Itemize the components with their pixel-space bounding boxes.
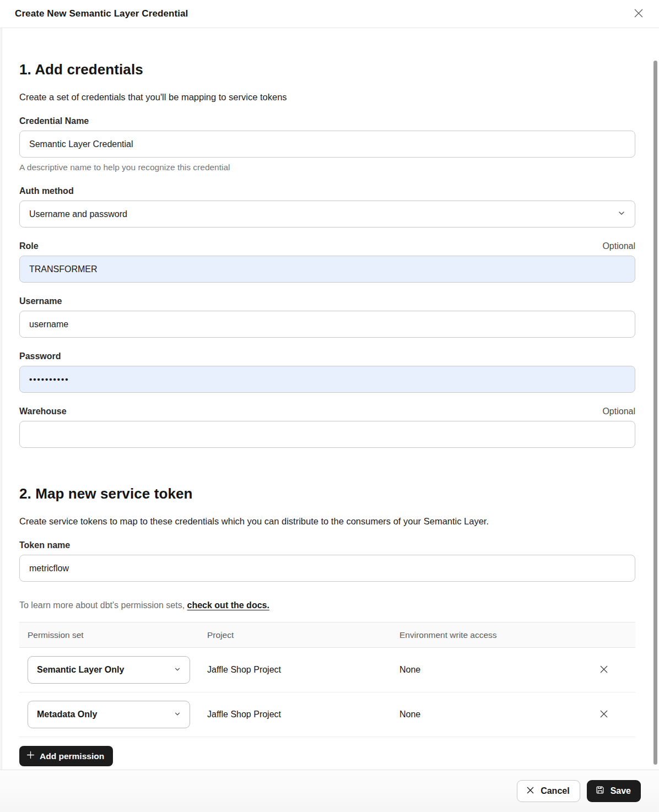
password-label: Password <box>19 351 61 361</box>
close-icon <box>633 7 645 21</box>
header-environment-write-access: Environment write access <box>392 630 580 640</box>
permission-docs-line: To learn more about dbt's permission set… <box>19 600 635 610</box>
role-label: Role <box>19 241 39 251</box>
cancel-button[interactable]: Cancel <box>517 780 580 802</box>
permission-set-select[interactable]: Metadata Only <box>28 701 190 728</box>
password-input[interactable] <box>19 366 635 393</box>
permissions-table-header: Permission set Project Environment write… <box>19 622 635 648</box>
token-name-input[interactable] <box>19 555 635 582</box>
credential-name-input[interactable] <box>19 131 635 158</box>
add-permission-label: Add permission <box>40 751 104 761</box>
header-project: Project <box>201 630 392 640</box>
close-icon <box>599 709 609 721</box>
username-input[interactable] <box>19 311 635 338</box>
environment-write-access-cell: None <box>392 710 580 719</box>
warehouse-label: Warehouse <box>19 407 67 416</box>
remove-permission-button[interactable] <box>597 707 611 723</box>
modal-title: Create New Semantic Layer Credential <box>15 8 188 19</box>
permission-row: Metadata Only Jaffle Shop Project None <box>19 692 635 737</box>
vertical-scrollbar[interactable] <box>653 61 657 765</box>
close-icon <box>526 786 535 797</box>
permission-set-selected-value: Semantic Layer Only <box>37 665 124 675</box>
section1-heading: 1. Add credentials <box>19 61 635 78</box>
save-button[interactable]: Save <box>587 780 641 802</box>
docs-link[interactable]: check out the docs. <box>187 600 269 610</box>
save-floppy-icon <box>595 785 605 797</box>
modal-body: 1. Add credentials Create a set of crede… <box>0 61 659 766</box>
cancel-label: Cancel <box>541 786 569 796</box>
permission-set-selected-value: Metadata Only <box>37 710 97 719</box>
docs-line-prefix: To learn more about dbt's permission set… <box>19 600 187 610</box>
warehouse-input[interactable] <box>19 421 635 448</box>
section2-description: Create service tokens to map to these cr… <box>19 516 635 527</box>
credential-name-helper: A descriptive name to help you recognize… <box>19 163 635 172</box>
credential-name-label: Credential Name <box>19 116 89 126</box>
modal-header: Create New Semantic Layer Credential <box>0 0 659 28</box>
role-optional-badge: Optional <box>602 241 635 251</box>
role-input[interactable] <box>19 256 635 283</box>
chevron-down-icon <box>618 209 625 219</box>
close-icon <box>599 664 609 676</box>
header-permission-set: Permission set <box>19 630 201 640</box>
token-name-label: Token name <box>19 540 70 550</box>
auth-method-select[interactable]: Username and password <box>19 201 635 228</box>
close-button[interactable] <box>630 5 647 23</box>
project-cell: Jaffle Shop Project <box>201 665 392 675</box>
remove-permission-button[interactable] <box>597 662 611 678</box>
auth-method-selected-value: Username and password <box>29 209 127 219</box>
environment-write-access-cell: None <box>392 665 580 675</box>
permissions-table: Permission set Project Environment write… <box>19 622 635 737</box>
permission-set-select[interactable]: Semantic Layer Only <box>28 656 190 684</box>
chevron-down-icon <box>174 710 181 719</box>
plus-icon <box>26 751 35 761</box>
modal-footer: Cancel Save <box>0 770 659 812</box>
warehouse-optional-badge: Optional <box>602 407 635 416</box>
permission-row: Semantic Layer Only Jaffle Shop Project … <box>19 648 635 692</box>
section1-description: Create a set of credentials that you'll … <box>19 92 635 102</box>
chevron-down-icon <box>174 665 181 675</box>
username-label: Username <box>19 296 62 306</box>
add-permission-button[interactable]: Add permission <box>19 746 113 766</box>
save-label: Save <box>611 786 631 796</box>
auth-method-label: Auth method <box>19 186 74 196</box>
project-cell: Jaffle Shop Project <box>201 710 392 719</box>
section2-heading: 2. Map new service token <box>19 485 635 502</box>
